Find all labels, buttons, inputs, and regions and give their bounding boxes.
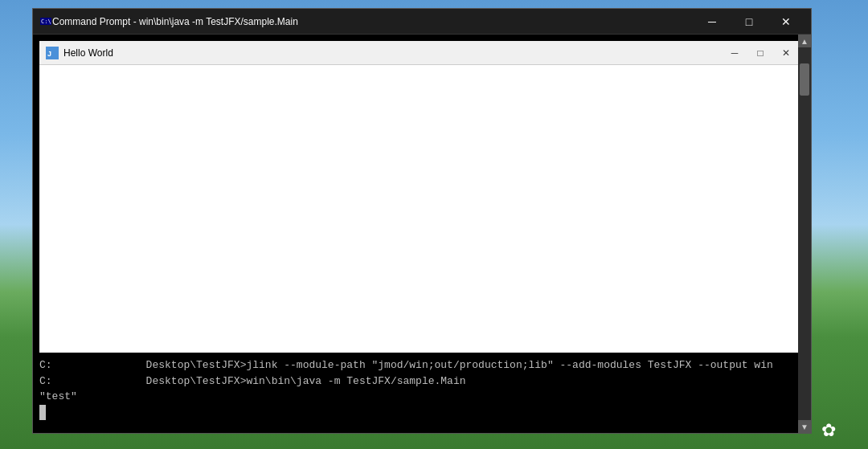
cmd-maximize-button[interactable]: □ <box>731 9 768 35</box>
javafx-window: J Hello World ─ □ ✕ <box>39 41 805 353</box>
javafx-minimize-button[interactable]: ─ <box>723 45 747 61</box>
scroll-thumb[interactable] <box>800 63 809 96</box>
flower-decoration: ✿ <box>821 420 836 441</box>
scroll-track[interactable] <box>798 47 811 420</box>
cmd-content: J Hello World ─ □ ✕ C: Desktop\TestJFX> <box>33 35 811 433</box>
javafx-close-button[interactable]: ✕ <box>774 45 798 61</box>
cmd-minimize-button[interactable]: ─ <box>694 9 731 35</box>
cmd-icon: C:\ <box>39 15 52 28</box>
cmd-terminal-output: C: Desktop\TestJFX>jlink --module-path "… <box>33 353 811 433</box>
terminal-command-1: jlink --module-path "jmod/win;out/produc… <box>246 357 772 373</box>
scroll-up-arrow[interactable]: ▲ <box>798 35 811 47</box>
terminal-output-3: "test" <box>39 389 77 405</box>
javafx-window-controls: ─ □ ✕ <box>723 45 798 61</box>
scrollbar: ▲ ▼ <box>798 35 811 433</box>
terminal-line-1: C: Desktop\TestJFX>jlink --module-path "… <box>39 357 805 373</box>
terminal-cursor-line <box>39 405 805 421</box>
javafx-content-area <box>39 65 805 353</box>
cmd-title: Command Prompt - win\bin\java -m TestJFX… <box>52 16 694 27</box>
cmd-close-button[interactable]: ✕ <box>768 9 805 35</box>
svg-text:J: J <box>47 50 51 58</box>
svg-text:C:\: C:\ <box>41 18 51 25</box>
terminal-prompt-1: C: Desktop\TestJFX> <box>39 357 246 373</box>
terminal-prompt-2: C: Desktop\TestJFX> <box>39 373 246 390</box>
terminal-line-3: "test" <box>39 389 805 405</box>
cmd-window: C:\ Command Prompt - win\bin\java -m Tes… <box>32 8 812 434</box>
javafx-titlebar: J Hello World ─ □ ✕ <box>39 41 805 65</box>
terminal-command-2: win\bin\java -m TestJFX/sample.Main <box>246 373 465 390</box>
javafx-icon: J <box>46 47 59 59</box>
javafx-title: Hello World <box>63 47 723 59</box>
cmd-window-controls: ─ □ ✕ <box>694 9 805 35</box>
desktop: ✿ C:\ Command Prompt - win\bin\java -m T… <box>0 0 868 449</box>
javafx-maximize-button[interactable]: □ <box>748 45 772 61</box>
scroll-down-arrow[interactable]: ▼ <box>798 420 811 433</box>
terminal-line-2: C: Desktop\TestJFX>win\bin\java -m TestJ… <box>39 373 805 390</box>
cmd-titlebar: C:\ Command Prompt - win\bin\java -m Tes… <box>33 9 811 35</box>
